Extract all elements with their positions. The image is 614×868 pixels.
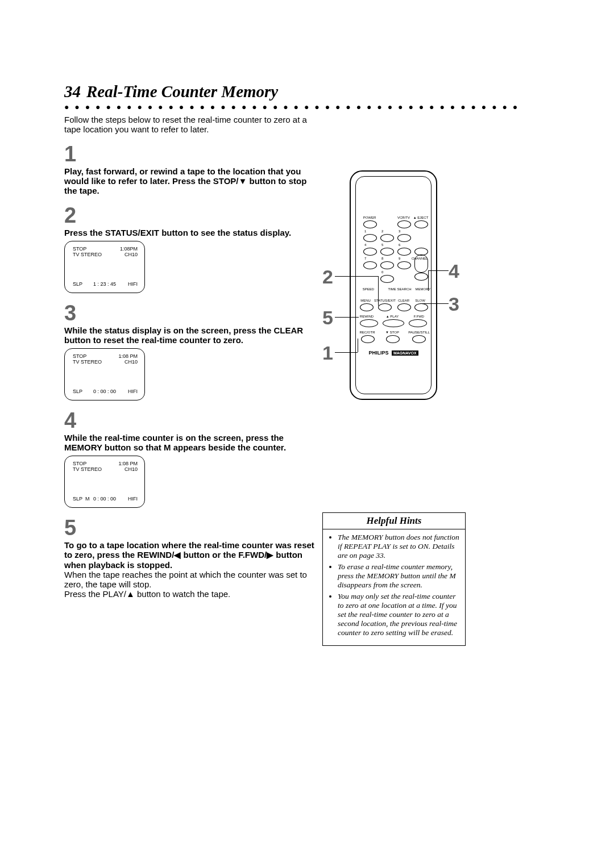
digit-9 [397, 261, 411, 269]
label-3: 3 [399, 229, 400, 233]
status-slp: SLP [73, 496, 82, 502]
rule: ● ● ● ● ● ● ● ● ● ● ● ● ● ● ● ● ● ● ● ● … [64, 102, 519, 111]
vcrtv-button [397, 220, 411, 228]
label-0: 0 [381, 270, 383, 274]
status-display-3: STOP TV STEREO 1:08 PM CH10 SLP 0 : 00 :… [64, 348, 145, 400]
status-m: M [85, 496, 90, 502]
ffwd-button [409, 319, 427, 327]
hint-item: The MEMORY button does not function if R… [338, 533, 459, 560]
label-timesearch: TIME SEARCH [386, 287, 413, 291]
brand-philips: PHILIPS [368, 350, 388, 356]
helpful-hints-box: Helpful Hints The MEMORY button does not… [322, 512, 466, 646]
hint-item: You may only set the real-time counter t… [338, 592, 459, 637]
rewind-button [360, 319, 378, 327]
status-slp: SLP [73, 281, 82, 287]
label-5: 5 [381, 243, 383, 247]
status-button [378, 303, 392, 311]
status-time: 1:08 PM [118, 353, 138, 359]
label-pause: PAUSE/STILL [406, 331, 432, 334]
label-6: 6 [399, 243, 400, 247]
status-counter: 1 : 23 : 45 [93, 281, 116, 287]
status-stereo: TV STEREO [73, 359, 102, 365]
callout-2: 2 [322, 266, 333, 288]
step-2-text: Press the STATUS/EXIT button to see the … [64, 228, 320, 237]
status-ch: CH10 [125, 359, 138, 365]
label-2: 2 [381, 229, 383, 233]
label-memory: MEMORY [414, 287, 432, 291]
play-button [383, 319, 404, 327]
brand-magnavox: MAGNAVOX [392, 350, 418, 356]
power-button [363, 220, 377, 228]
step-5-body2: Press the PLAY/▲ button to watch the tap… [64, 589, 320, 599]
status-time: 1:08PM [120, 246, 138, 252]
status-stop: STOP [73, 353, 86, 359]
rec-button [361, 335, 375, 343]
callout-5: 5 [322, 307, 333, 329]
pause-button [412, 335, 426, 343]
clear-button [397, 303, 411, 311]
label-9: 9 [399, 257, 400, 260]
step-5-bold: To go to a tape location where the real-… [64, 540, 320, 570]
label-play: ▲ PLAY [383, 315, 402, 318]
label-recotr: REC/OTR [359, 331, 376, 334]
step-1-number: 1 [64, 142, 519, 166]
label-clear: CLEAR [396, 299, 411, 302]
status-slp: SLP [73, 389, 82, 394]
callout-3: 3 [449, 293, 459, 315]
channel-rocker [414, 254, 428, 273]
digit-6 [397, 248, 411, 256]
eject-button [414, 220, 428, 228]
digit-7 [363, 261, 377, 269]
status-stop: STOP [73, 461, 86, 466]
page-number: 34 [64, 82, 81, 101]
status-stereo: TV STEREO [73, 252, 102, 257]
label-1: 1 [364, 229, 366, 233]
step-4-text: While the real-time counter is on the sc… [64, 433, 320, 452]
digit-0 [380, 275, 394, 283]
status-display-4: STOP TV STEREO 1:08 PM CH10 SLP M 0 : 00… [64, 456, 145, 508]
slow-button [414, 303, 428, 311]
channel-down [414, 273, 428, 281]
label-slow: SLOW [413, 299, 427, 302]
menu-button [360, 303, 374, 311]
step-3-text: While the status display is on the scree… [64, 326, 320, 345]
label-4: 4 [364, 243, 366, 247]
stop-button [386, 335, 400, 343]
digit-3 [397, 234, 411, 242]
remote-diagram: POWER VCR/TV ▲ EJECT 1 2 3 4 5 6 7 8 9 0… [322, 170, 464, 409]
label-power: POWER [361, 216, 378, 219]
digit-4 [363, 248, 377, 256]
digit-1 [363, 234, 377, 242]
label-rewind: REWIND [359, 315, 375, 318]
step-5-body1: When the tape reaches the point at which… [64, 570, 320, 589]
digit-8 [380, 261, 394, 269]
intro-text: Follow the steps below to reset the real… [64, 115, 320, 134]
step-4-number: 4 [64, 408, 519, 433]
status-time: 1:08 PM [118, 461, 138, 466]
label-eject: ▲ EJECT [411, 216, 430, 219]
label-speed: SPEED [361, 287, 376, 291]
label-stop: ▼ STOP [383, 331, 402, 334]
hint-item: To erase a real-time counter memory, pre… [338, 562, 459, 590]
page-title: Real-Time Counter Memory [86, 82, 278, 101]
label-8: 8 [381, 257, 383, 260]
label-vcrtv: VCR/TV [395, 216, 412, 219]
status-counter: 0 : 00 : 00 [93, 496, 116, 502]
status-display-2: STOP TV STEREO 1:08PM CH10 SLP 1 : 23 : … [64, 241, 145, 293]
status-hifi: HIFI [128, 496, 138, 502]
status-stereo: TV STEREO [73, 466, 102, 472]
digit-2 [380, 234, 394, 242]
status-counter: 0 : 00 : 00 [93, 389, 116, 394]
hints-title: Helpful Hints [323, 513, 465, 529]
label-7: 7 [364, 257, 366, 260]
label-menu: MENU [359, 299, 372, 302]
label-status: STATUS/EXIT [374, 299, 396, 302]
status-hifi: HIFI [128, 281, 138, 287]
label-ffwd: F.FWD [411, 315, 427, 318]
status-hifi: HIFI [128, 389, 138, 394]
callout-4: 4 [449, 260, 459, 282]
status-stop: STOP [73, 246, 86, 252]
status-ch: CH10 [125, 466, 138, 472]
callout-1: 1 [322, 342, 333, 364]
digit-5 [380, 248, 394, 256]
